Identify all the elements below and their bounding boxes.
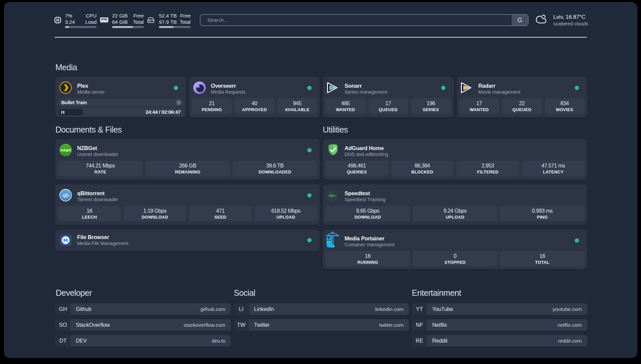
svg-text:qb: qb xyxy=(63,192,69,198)
svg-text:nzbget: nzbget xyxy=(60,148,71,152)
